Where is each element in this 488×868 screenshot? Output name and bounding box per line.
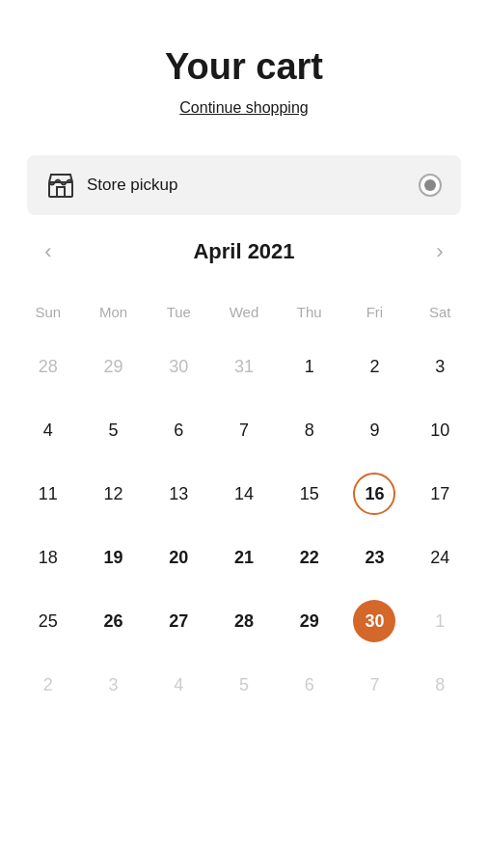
calendar-day[interactable]: 29 xyxy=(81,336,147,397)
calendar-day[interactable]: 15 xyxy=(277,463,342,525)
day-header-wed: Wed xyxy=(211,296,277,328)
calendar-day[interactable]: 17 xyxy=(407,463,473,525)
calendar-day[interactable]: 26 xyxy=(81,590,147,652)
day-header-thu: Thu xyxy=(277,296,342,328)
calendar-day[interactable]: 1 xyxy=(407,590,473,652)
calendar-day[interactable]: 31 xyxy=(211,336,277,397)
calendar-day[interactable]: 18 xyxy=(15,527,81,588)
calendar-day[interactable]: 9 xyxy=(342,399,408,461)
calendar-day[interactable]: 7 xyxy=(342,654,408,716)
calendar-day[interactable]: 12 xyxy=(81,463,147,525)
day-header-sun: Sun xyxy=(15,296,81,328)
calendar-month-title: April 2021 xyxy=(193,239,294,264)
calendar-nav: ‹ April 2021 › xyxy=(15,234,473,269)
calendar-day[interactable]: 30 xyxy=(146,336,211,397)
store-pickup-label: Store pickup xyxy=(87,176,178,195)
calendar-day[interactable]: 6 xyxy=(277,654,342,716)
calendar-day[interactable]: 2 xyxy=(15,654,81,716)
calendar-day[interactable]: 20 xyxy=(146,527,211,588)
calendar-day[interactable]: 1 xyxy=(277,336,342,397)
calendar-day[interactable]: 13 xyxy=(146,463,211,525)
day-header-fri: Fri xyxy=(342,296,408,328)
calendar-days: 2829303112345678910111213141516171819202… xyxy=(15,336,473,716)
calendar-day[interactable]: 23 xyxy=(342,527,408,588)
calendar-day[interactable]: 4 xyxy=(146,654,211,716)
calendar-day[interactable]: 10 xyxy=(407,399,473,461)
page-title: Your cart xyxy=(19,46,469,88)
continue-shopping-link[interactable]: Continue shopping xyxy=(179,99,308,116)
day-header-tue: Tue xyxy=(146,296,211,328)
calendar-day[interactable]: 6 xyxy=(146,399,211,461)
calendar-day[interactable]: 28 xyxy=(15,336,81,397)
day-header-sat: Sat xyxy=(407,296,473,328)
svg-rect-1 xyxy=(57,187,65,197)
calendar-day[interactable]: 5 xyxy=(81,399,147,461)
calendar-day[interactable]: 5 xyxy=(211,654,277,716)
calendar-day[interactable]: 16 xyxy=(342,463,408,525)
calendar-day[interactable]: 28 xyxy=(211,590,277,652)
calendar-day[interactable]: 3 xyxy=(81,654,147,716)
prev-month-button[interactable]: ‹ xyxy=(31,234,66,269)
calendar-day[interactable]: 30 xyxy=(342,590,408,652)
calendar-day[interactable]: 25 xyxy=(15,590,81,652)
calendar-day[interactable]: 8 xyxy=(407,654,473,716)
calendar-day[interactable]: 2 xyxy=(342,336,408,397)
calendar-day[interactable]: 14 xyxy=(211,463,277,525)
store-pickup-option[interactable]: Store pickup xyxy=(27,155,461,215)
page-header: Your cart Continue shopping xyxy=(0,0,488,132)
calendar-day[interactable]: 22 xyxy=(277,527,342,588)
calendar-day[interactable]: 11 xyxy=(15,463,81,525)
store-icon xyxy=(46,171,75,200)
calendar-day[interactable]: 24 xyxy=(407,527,473,588)
calendar-day[interactable]: 7 xyxy=(211,399,277,461)
store-pickup-left: Store pickup xyxy=(46,171,178,200)
calendar-day[interactable]: 19 xyxy=(81,527,147,588)
calendar-day[interactable]: 21 xyxy=(211,527,277,588)
calendar-day[interactable]: 29 xyxy=(277,590,342,652)
calendar-day[interactable]: 4 xyxy=(15,399,81,461)
store-pickup-radio[interactable] xyxy=(419,174,442,197)
day-header-mon: Mon xyxy=(81,296,147,328)
calendar-day[interactable]: 3 xyxy=(407,336,473,397)
calendar-day[interactable]: 8 xyxy=(277,399,342,461)
next-month-button[interactable]: › xyxy=(422,234,457,269)
day-headers: SunMonTueWedThuFriSat xyxy=(15,296,473,328)
calendar-section: ‹ April 2021 › SunMonTueWedThuFriSat 282… xyxy=(0,215,488,735)
calendar-day[interactable]: 27 xyxy=(146,590,211,652)
